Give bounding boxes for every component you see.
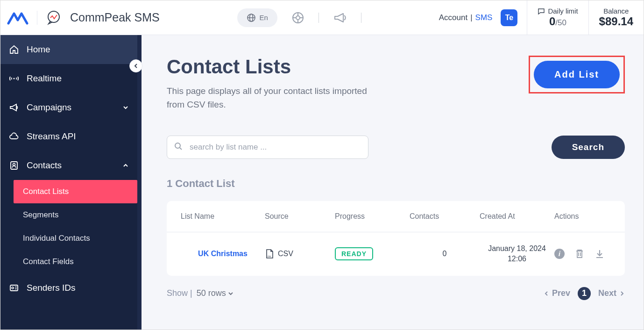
sidebar-sub-contact-lists[interactable]: Contact Lists [14,180,137,203]
add-list-highlight: Add List [529,56,625,93]
sidebar-item-campaigns[interactable]: Campaigns [0,93,137,122]
id-icon [9,283,19,293]
chevron-left-icon [544,291,549,296]
daily-limit-value: 0/50 [549,15,566,28]
contacts-icon [9,160,19,171]
chevron-down-icon [228,291,234,296]
balance-value: $89.14 [599,15,633,28]
account-sms-link[interactable]: SMS [475,13,493,22]
created-cell: January 18, 2024 12:06 [480,244,554,265]
contacts-cell: 0 [410,250,480,258]
help-icon[interactable] [291,11,304,24]
title-row: Contact Lists This page displays all of … [167,56,625,111]
chat-bubble-icon [538,7,545,15]
sidebar-item-label: Senders IDs [27,283,76,293]
sidebar-collapse-button[interactable] [129,59,142,72]
sidebar-inner: Home Realtime Campaigns Streams API Cont… [0,35,137,330]
account-link-block: Account | SMS [439,13,493,22]
table-header: List Name Source Progress Contacts Creat… [167,201,625,232]
search-box [167,136,368,159]
svg-point-12 [13,164,15,166]
svg-point-0 [48,11,59,22]
svg-point-5 [296,16,300,20]
list-name-link[interactable]: UK Christmas [181,249,265,259]
th-contacts: Contacts [410,212,480,221]
trash-icon[interactable] [575,249,584,259]
megaphone-icon [9,102,19,113]
language-label: En [260,14,268,22]
daily-limit-label: Daily limit [538,7,578,15]
megaphone-icon[interactable] [333,11,347,25]
main-content: Contact Lists This page displays all of … [142,35,644,330]
account-label: Account [439,13,467,22]
avatar[interactable]: Te [501,9,517,26]
svg-text:csv: csv [268,255,271,258]
divider [318,13,319,23]
divider [37,11,37,25]
cloud-icon [9,131,19,142]
app-header: CommPeak SMS En Account | SMS Te Daily l… [0,0,644,35]
sidebar-item-contacts[interactable]: Contacts [0,151,137,180]
next-button[interactable]: Next [598,288,625,298]
pagination: Show | 50 rows Prev 1 Next [167,287,625,300]
show-label: Show [167,288,188,298]
sidebar-sub-individual[interactable]: Individual Contacts [14,227,137,250]
add-list-button[interactable]: Add List [534,61,620,88]
rows-selector[interactable]: 50 rows [197,288,234,298]
app-title: CommPeak SMS [70,11,160,24]
page-number[interactable]: 1 [578,287,591,300]
download-icon[interactable] [594,249,605,259]
info-icon[interactable]: i [554,249,565,259]
chevron-left-icon [133,63,139,69]
signal-icon [9,73,19,84]
header-center: En [160,8,439,27]
source-cell: csv CSV [265,249,335,259]
header-right: Account | SMS Te Daily limit 0/50 Balanc… [439,0,644,35]
sidebar-item-streams[interactable]: Streams API [0,122,137,151]
sidebar-item-label: Realtime [27,73,62,84]
layout: Home Realtime Campaigns Streams API Cont… [0,35,644,330]
chevron-right-icon [619,291,625,296]
logo-area[interactable]: CommPeak SMS [7,10,160,26]
search-input[interactable] [167,136,368,159]
pager-nav: Prev 1 Next [544,287,625,300]
progress-cell: READY [335,247,410,260]
th-actions: Actions [554,212,638,221]
th-created: Created At [480,212,554,221]
list-count: 1 Contact List [167,178,625,190]
page-title: Contact Lists [167,56,382,78]
sidebar-item-home[interactable]: Home [0,35,137,64]
balance-box: Balance $89.14 [588,0,644,35]
sidebar-item-label: Campaigns [27,102,71,113]
home-icon [9,44,19,55]
contacts-table: List Name Source Progress Contacts Creat… [167,201,625,276]
th-name: List Name [181,212,265,221]
sidebar-item-senders[interactable]: Senders IDs [0,273,137,302]
ready-badge: READY [335,247,373,260]
chat-icon [46,10,62,26]
divider: | [188,288,195,298]
sidebar-item-label: Contacts [27,160,62,171]
title-block: Contact Lists This page displays all of … [167,56,382,111]
page-description: This page displays all of your contact l… [167,85,382,111]
contacts-submenu: Contact Lists Segments Individual Contac… [0,180,137,273]
sidebar-item-realtime[interactable]: Realtime [0,64,137,93]
search-button[interactable]: Search [552,136,625,159]
account-sep: | [470,13,472,22]
th-source: Source [265,212,335,221]
sidebar-sub-segments[interactable]: Segments [14,203,137,227]
divider [361,13,361,23]
csv-file-icon: csv [265,249,274,259]
sidebar-sub-fields[interactable]: Contact Fields [14,250,137,273]
svg-point-14 [12,287,14,289]
prev-button[interactable]: Prev [544,288,570,298]
svg-point-17 [175,143,180,148]
sidebar-item-label: Home [27,44,50,55]
language-selector[interactable]: En [237,8,277,27]
sidebar-item-label: Streams API [27,131,76,142]
actions-cell: i [554,249,638,259]
chevron-down-icon [122,104,129,111]
daily-limit-box: Daily limit 0/50 [527,0,588,35]
search-row: Search [167,136,625,159]
th-progress: Progress [335,212,410,221]
